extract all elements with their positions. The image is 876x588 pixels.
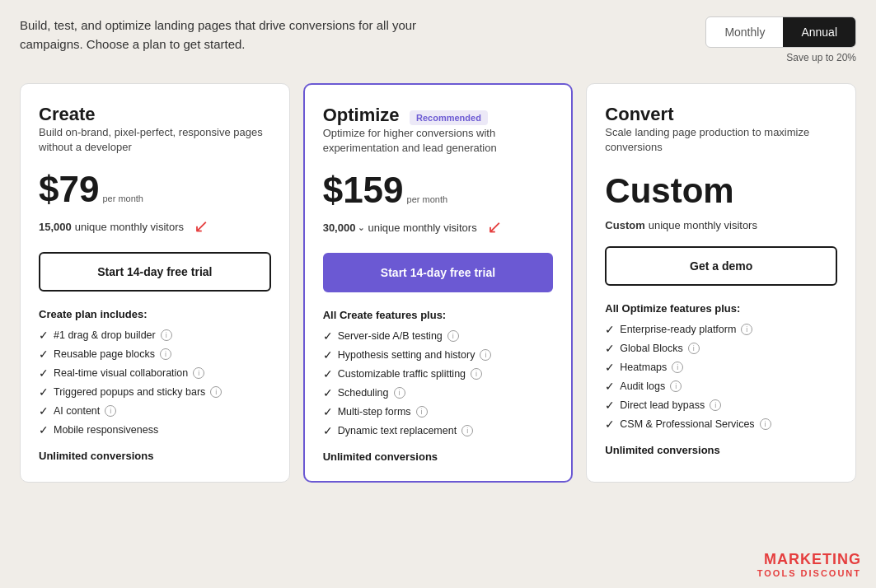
- plan-card-create: Create Build on-brand, pixel-perfect, re…: [20, 83, 290, 483]
- arrow-down-icon: ↙: [194, 216, 208, 237]
- page-header: Build, test, and optimize landing pages …: [20, 16, 856, 63]
- check-icon: ✓: [605, 418, 615, 431]
- plan-name-row: Optimize Recommended: [323, 105, 554, 126]
- feature-item: ✓ Scheduling i: [323, 386, 554, 399]
- feature-item: ✓ AI content i: [39, 404, 271, 418]
- plans-grid: Create Build on-brand, pixel-perfect, re…: [20, 83, 856, 483]
- feature-item: ✓ CSM & Professional Services i: [605, 418, 837, 431]
- feature-text: Server-side A/B testing: [338, 330, 443, 342]
- annual-button[interactable]: Annual: [783, 17, 855, 47]
- feature-item: ✓ Global Blocks i: [605, 342, 837, 355]
- feature-text: AI content: [54, 405, 100, 417]
- monthly-button[interactable]: Monthly: [706, 17, 783, 47]
- watermark-line1: MARKETING: [757, 552, 861, 568]
- features-title: All Create features plus:: [323, 309, 554, 321]
- plan-name: Convert: [605, 104, 673, 124]
- price-row: $79 per month: [39, 171, 271, 208]
- visitors-label: unique monthly visitors: [75, 221, 184, 233]
- info-icon[interactable]: i: [672, 362, 683, 373]
- info-icon[interactable]: i: [710, 399, 721, 411]
- feature-item: ✓ #1 drag & drop builder i: [39, 329, 271, 342]
- plan-description: Scale landing page production to maximiz…: [605, 125, 837, 156]
- feature-text: Global Blocks: [620, 343, 682, 354]
- visitors-label: unique monthly visitors: [368, 222, 476, 234]
- check-icon: ✓: [323, 348, 333, 362]
- check-icon: ✓: [39, 385, 49, 399]
- header-description: Build, test, and optimize landing pages …: [20, 16, 465, 54]
- info-icon[interactable]: i: [394, 387, 405, 399]
- recommended-badge: Recommended: [410, 110, 488, 125]
- info-icon[interactable]: i: [461, 425, 473, 436]
- unlimited-text: Unlimited conversions: [323, 450, 554, 463]
- feature-text: Scheduling: [338, 387, 389, 399]
- plan-name: Optimize: [323, 105, 400, 125]
- info-icon[interactable]: i: [193, 367, 204, 379]
- plan-name-row: Create: [39, 104, 271, 125]
- price-row: Custom: [605, 171, 837, 211]
- info-icon[interactable]: i: [416, 406, 428, 418]
- feature-text: Multi-step forms: [338, 406, 411, 418]
- info-icon[interactable]: i: [161, 329, 172, 341]
- plan-description: Build on-brand, pixel-perfect, responsiv…: [39, 125, 271, 156]
- feature-text: Audit logs: [620, 380, 665, 392]
- feature-item: ✓ Heatmaps i: [605, 361, 837, 374]
- cta-button[interactable]: Start 14-day free trial: [39, 252, 271, 292]
- cta-button[interactable]: Get a demo: [605, 246, 837, 286]
- price-amount: $79: [39, 171, 99, 208]
- check-icon: ✓: [39, 404, 49, 418]
- info-icon[interactable]: i: [447, 330, 459, 342]
- check-icon: ✓: [323, 405, 333, 418]
- billing-toggle-wrapper: Monthly Annual Save up to 20%: [705, 16, 856, 63]
- feature-item: ✓ Multi-step forms i: [323, 405, 554, 418]
- price-period: per month: [102, 193, 143, 204]
- feature-item: ✓ Direct lead bypass i: [605, 399, 837, 412]
- feature-text: Hypothesis setting and history: [338, 349, 475, 361]
- plan-card-convert: Convert Scale landing page production to…: [586, 83, 856, 483]
- feature-item: ✓ Real-time visual collaboration i: [39, 366, 271, 380]
- check-icon: ✓: [605, 361, 615, 374]
- features-list: ✓ Enterprise-ready platform i ✓ Global B…: [605, 323, 837, 431]
- info-icon[interactable]: i: [160, 348, 171, 360]
- feature-item: ✓ Hypothesis setting and history i: [323, 348, 554, 362]
- feature-text: Customizable traffic splitting: [338, 368, 466, 380]
- price-amount: $159: [323, 172, 404, 208]
- visitors-row: Custom unique monthly visitors: [605, 219, 837, 231]
- info-icon[interactable]: i: [670, 380, 682, 392]
- visitors-number: 30,000: [323, 222, 356, 234]
- billing-toggle: Monthly Annual: [705, 16, 856, 48]
- plan-description: Optimize for higher conversions with exp…: [323, 126, 554, 157]
- features-list: ✓ #1 drag & drop builder i ✓ Reusable pa…: [39, 329, 271, 436]
- check-icon: ✓: [605, 399, 615, 412]
- visitors-number: Custom: [605, 219, 644, 231]
- info-icon[interactable]: i: [760, 418, 771, 430]
- feature-text: Mobile responsiveness: [54, 424, 158, 436]
- features-list: ✓ Server-side A/B testing i ✓ Hypothesis…: [323, 329, 554, 437]
- watermark: MARKETING TOOLS DISCOUNT: [757, 552, 861, 578]
- feature-text: #1 drag & drop builder: [54, 329, 156, 341]
- features-title: All Optimize features plus:: [605, 302, 837, 315]
- feature-item: ✓ Audit logs i: [605, 380, 837, 393]
- info-icon[interactable]: i: [688, 343, 700, 354]
- visitors-dropdown[interactable]: 30,000 ⌄: [323, 222, 365, 234]
- cta-button[interactable]: Start 14-day free trial: [323, 253, 554, 292]
- check-icon: ✓: [323, 329, 333, 343]
- check-icon: ✓: [39, 329, 49, 342]
- info-icon[interactable]: i: [105, 405, 116, 417]
- check-icon: ✓: [323, 367, 333, 380]
- feature-text: Dynamic text replacement: [338, 425, 457, 436]
- feature-text: Heatmaps: [620, 362, 667, 373]
- chevron-down-icon: ⌄: [358, 223, 364, 232]
- visitors-number: 15,000: [39, 221, 72, 233]
- visitors-row: 30,000 ⌄ unique monthly visitors ↙: [323, 217, 554, 238]
- info-icon[interactable]: i: [210, 386, 222, 398]
- feature-item: ✓ Mobile responsiveness: [39, 423, 271, 436]
- info-icon[interactable]: i: [741, 324, 752, 335]
- feature-text: Triggered popups and sticky bars: [54, 386, 205, 398]
- info-icon[interactable]: i: [471, 368, 482, 380]
- info-icon[interactable]: i: [480, 349, 491, 361]
- price-row: $159 per month: [323, 172, 554, 208]
- visitors-label: unique monthly visitors: [649, 219, 757, 231]
- plan-card-optimize: Optimize Recommended Optimize for higher…: [303, 83, 574, 483]
- check-icon: ✓: [605, 342, 615, 355]
- feature-item: ✓ Reusable page blocks i: [39, 348, 271, 361]
